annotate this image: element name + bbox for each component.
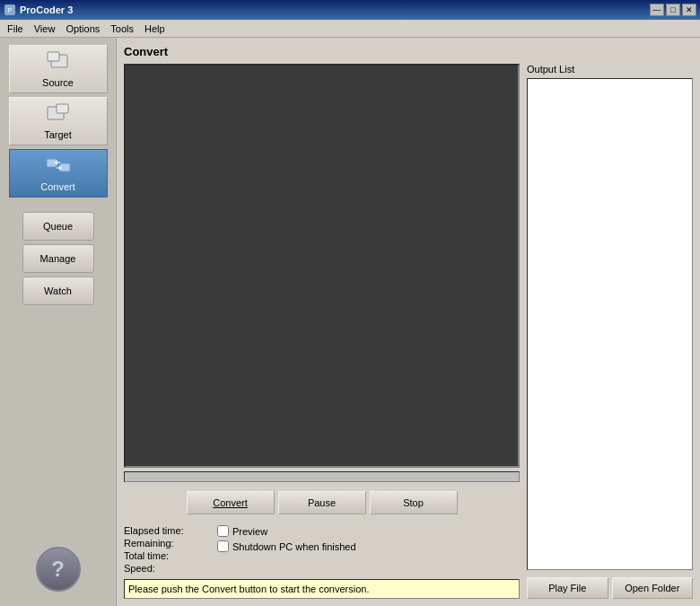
sidebar-btn-convert[interactable]: Convert: [9, 149, 108, 198]
help-label: ?: [51, 557, 65, 582]
output-list-area: Output List Play File Open Folder: [527, 64, 693, 599]
sidebar: Source Target Co: [0, 38, 117, 606]
title-bar: P ProCoder 3 — □ ✕: [0, 0, 700, 20]
watch-label: Watch: [44, 285, 72, 296]
app-body: Source Target Co: [0, 38, 700, 606]
sidebar-btn-queue[interactable]: Queue: [22, 212, 94, 241]
elapsed-label: Elapsed time:: [124, 525, 196, 536]
play-file-button[interactable]: Play File: [527, 577, 608, 599]
queue-label: Queue: [43, 221, 73, 232]
total-label: Total time:: [124, 550, 196, 561]
speed-label: Speed:: [124, 563, 196, 574]
svg-rect-3: [48, 52, 59, 61]
control-buttons: Convert Pause Stop: [124, 486, 520, 520]
help-button[interactable]: ?: [36, 547, 81, 592]
remaining-label: Remaining:: [124, 538, 196, 549]
sidebar-btn-manage[interactable]: Manage: [22, 244, 94, 273]
sidebar-btn-target[interactable]: Target: [9, 97, 108, 145]
menu-file[interactable]: File: [2, 22, 29, 36]
target-label: Target: [44, 129, 72, 140]
elapsed-row: Elapsed time:: [124, 525, 199, 536]
convert-icon: [46, 155, 71, 180]
svg-text:P: P: [7, 6, 12, 14]
close-button[interactable]: ✕: [682, 4, 696, 16]
content-row: Convert Pause Stop Elapsed time: Remaini…: [124, 64, 693, 599]
maximize-button[interactable]: □: [666, 4, 680, 16]
shutdown-checkbox[interactable]: [217, 540, 229, 552]
status-message: Please push the Convert button to start …: [128, 584, 369, 594]
main-content: Convert Convert Pause Stop Elapsed time:: [117, 38, 700, 606]
manage-label: Manage: [40, 253, 76, 264]
pause-button[interactable]: Pause: [278, 491, 366, 514]
progress-bar: [124, 471, 520, 482]
menu-view[interactable]: View: [29, 22, 61, 36]
total-row: Total time:: [124, 550, 199, 561]
menu-bar: File View Options Tools Help: [0, 20, 700, 38]
preview-row: Preview: [217, 525, 356, 537]
source-label: Source: [42, 77, 74, 88]
convert-label: Convert: [40, 181, 75, 192]
video-preview: [124, 64, 520, 468]
shutdown-row: Shutdown PC when finished: [217, 540, 356, 552]
preview-checkbox-label[interactable]: Preview: [232, 526, 267, 537]
menu-help[interactable]: Help: [139, 22, 171, 36]
title-bar-buttons: — □ ✕: [650, 4, 696, 16]
video-area: Convert Pause Stop Elapsed time: Remaini…: [124, 64, 520, 599]
sidebar-btn-source[interactable]: Source: [9, 45, 108, 93]
output-list: [527, 78, 693, 570]
app-icon: P: [4, 4, 16, 16]
output-list-buttons: Play File Open Folder: [527, 574, 693, 599]
info-section: Elapsed time: Remaining: Total time:: [124, 523, 520, 575]
panel-title: Convert: [124, 45, 693, 58]
open-folder-button[interactable]: Open Folder: [612, 577, 694, 599]
source-icon: [46, 51, 71, 75]
output-list-label: Output List: [527, 64, 693, 75]
svg-rect-5: [57, 104, 68, 113]
convert-button[interactable]: Convert: [187, 491, 275, 514]
info-right: Preview Shutdown PC when finished: [217, 525, 356, 574]
speed-row: Speed:: [124, 563, 199, 574]
remaining-row: Remaining:: [124, 538, 199, 549]
stop-button[interactable]: Stop: [370, 491, 458, 514]
menu-tools[interactable]: Tools: [105, 22, 139, 36]
info-left: Elapsed time: Remaining: Total time:: [124, 525, 199, 574]
minimize-button[interactable]: —: [650, 4, 664, 16]
status-bar: Please push the Convert button to start …: [124, 579, 520, 599]
window-title: ProCoder 3: [20, 4, 650, 15]
menu-options[interactable]: Options: [60, 22, 105, 36]
sidebar-btn-watch[interactable]: Watch: [22, 277, 94, 305]
target-icon: [46, 103, 71, 127]
shutdown-checkbox-label[interactable]: Shutdown PC when finished: [232, 541, 356, 552]
preview-checkbox[interactable]: [217, 525, 229, 537]
